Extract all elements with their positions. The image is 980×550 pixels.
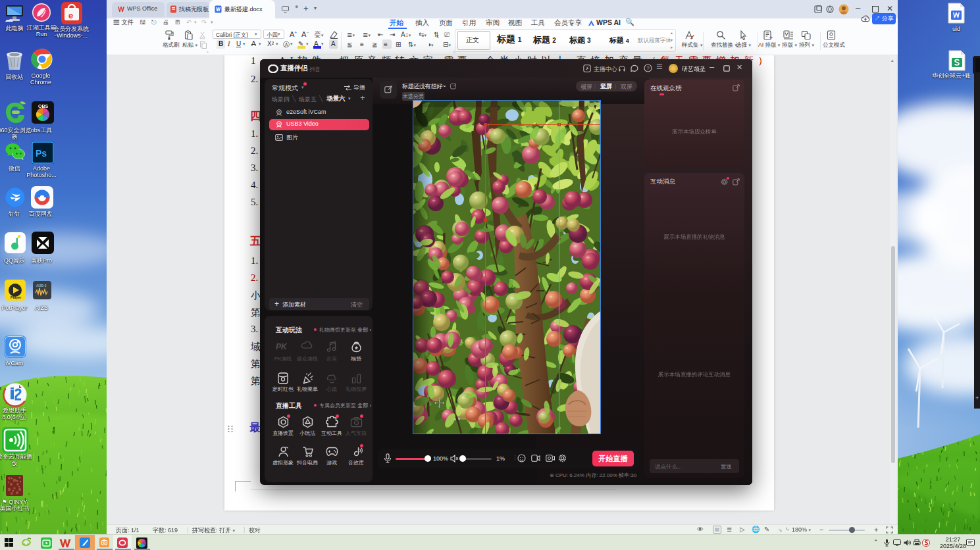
svg-text:e: e <box>68 11 73 20</box>
svg-text:OBS: OBS <box>38 104 49 109</box>
svg-text:Ps: Ps <box>36 148 47 159</box>
svg-text:AIZB-3: AIZB-3 <box>36 284 47 288</box>
svg-text:Player: Player <box>11 295 22 299</box>
svg-text:?: ? <box>646 65 650 71</box>
